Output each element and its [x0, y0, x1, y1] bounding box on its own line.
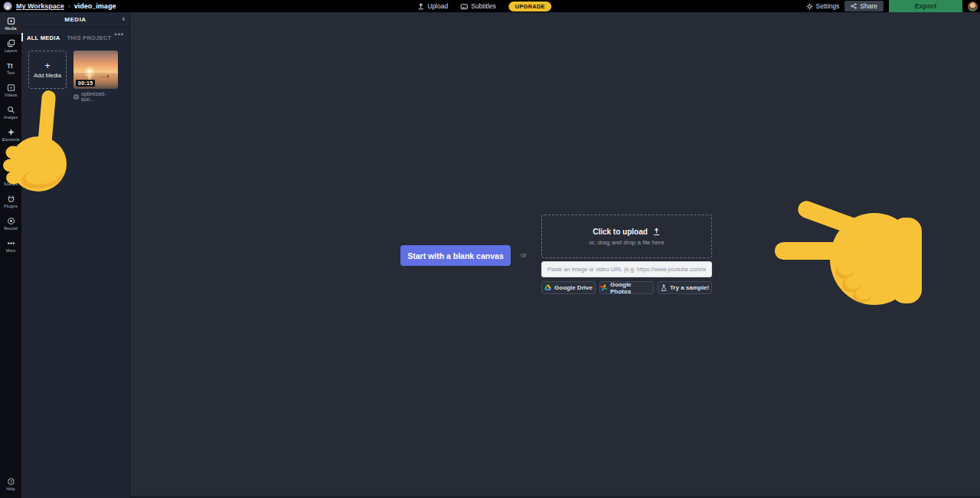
sidebar-label: Audio — [5, 159, 16, 164]
sidebar-item-audio[interactable]: Audio — [0, 146, 21, 168]
sidebar-label: Scenes — [4, 182, 18, 186]
sidebar-item-scenes[interactable]: Scenes — [0, 168, 21, 190]
elements-icon — [7, 128, 15, 136]
film-icon — [74, 94, 79, 100]
sidebar-label: Images — [4, 115, 18, 120]
sidebar-item-layers[interactable]: Layers — [0, 34, 21, 57]
settings-label: Settings — [816, 2, 840, 10]
media-panel-header: MEDIA ‹ — [21, 12, 129, 28]
share-button[interactable]: Share — [844, 1, 884, 11]
tab-all-media[interactable]: ALL MEDIA — [27, 34, 60, 41]
more-icon — [7, 239, 15, 247]
breadcrumb-separator: › — [68, 2, 70, 10]
media-icon — [7, 17, 15, 25]
paste-url-input[interactable] — [541, 261, 712, 277]
media-tabs: ALL MEDIA THIS PROJECT ••• — [21, 31, 129, 44]
subtitles-button[interactable]: Subtitles — [460, 2, 496, 10]
tab-this-project[interactable]: THIS PROJECT — [67, 34, 111, 41]
images-search-icon — [7, 106, 15, 114]
add-media-button[interactable]: + Add Media — [28, 51, 67, 89]
workspace-link[interactable]: My Workspace — [16, 2, 64, 10]
project-title[interactable]: video_image — [74, 2, 116, 10]
sidebar-item-more[interactable]: More — [0, 234, 21, 257]
videos-icon — [7, 84, 15, 92]
subtitles-label: Subtitles — [471, 2, 496, 10]
clip-duration-badge: 00:15 — [76, 80, 95, 87]
sidebar-item-images[interactable]: Images — [0, 101, 21, 123]
sidebar: Media Layers Tt Text Videos Images — [0, 12, 21, 498]
svg-text:Tt: Tt — [7, 62, 13, 69]
sidebar-label: Videos — [5, 93, 18, 97]
pointing-left-hand-emoji — [770, 196, 925, 308]
sidebar-item-videos[interactable]: Videos — [0, 79, 21, 101]
topbar-right: Settings Share Export — [806, 0, 980, 12]
collapse-panel-icon[interactable]: ‹ — [122, 15, 125, 23]
sidebar-label: Plugins — [4, 204, 18, 208]
clip-filename-row: optimized-sun... — [74, 91, 118, 102]
clip-filename: optimized-sun... — [81, 91, 118, 102]
upload-label: Upload — [427, 2, 448, 10]
record-icon — [7, 217, 15, 225]
help-icon: ? — [7, 477, 15, 486]
scenes-icon — [7, 172, 15, 181]
upload-button[interactable]: Upload — [417, 2, 448, 10]
add-media-label: Add Media — [34, 72, 61, 79]
breadcrumb: My Workspace › video_image — [0, 2, 116, 11]
drag-drop-label: or, drag and drop a file here — [589, 239, 664, 246]
gear-icon — [806, 3, 813, 10]
sidebar-item-plugins[interactable]: Plugins — [0, 190, 21, 212]
sidebar-label: Text — [7, 70, 15, 75]
click-to-upload-label: Click to upload — [593, 228, 648, 236]
google-photos-button[interactable]: Google Photos — [599, 281, 654, 294]
plugins-icon — [7, 195, 15, 203]
sidebar-item-help[interactable]: ? Help — [0, 473, 21, 495]
sidebar-item-media[interactable]: Media — [0, 12, 21, 34]
upload-dropzone[interactable]: Click to upload or, drag and drop a file… — [541, 215, 712, 258]
sidebar-label: Elements — [2, 137, 20, 142]
upgrade-button[interactable]: UPGRADE — [508, 2, 552, 11]
panel-menu-icon[interactable]: ••• — [115, 31, 124, 38]
clip-thumbnail[interactable]: 00:15 — [74, 51, 118, 89]
import-source-buttons: Google Drive Google Photos Try a sample! — [541, 281, 712, 294]
audio-icon — [7, 150, 15, 159]
try-sample-button[interactable]: Try a sample! — [658, 281, 712, 294]
text-icon: Tt — [6, 61, 15, 70]
google-drive-button[interactable]: Google Drive — [541, 281, 596, 294]
share-icon — [851, 3, 857, 9]
svg-text:?: ? — [9, 479, 12, 483]
sidebar-item-record[interactable]: Record — [0, 212, 21, 234]
upload-icon — [417, 3, 424, 10]
share-label: Share — [860, 2, 877, 10]
plus-icon: + — [44, 61, 51, 70]
google-drive-label: Google Drive — [554, 284, 593, 291]
sidebar-item-elements[interactable]: Elements — [0, 123, 21, 146]
active-tab-indicator — [21, 33, 23, 41]
user-avatar[interactable] — [968, 2, 978, 11]
video-editor-app: My Workspace › video_image Upload Subtit… — [0, 0, 980, 498]
export-button[interactable]: Export — [889, 0, 962, 12]
topbar-center: Upload Subtitles UPGRADE — [417, 0, 551, 12]
sidebar-label: More — [6, 248, 16, 253]
or-label: or — [521, 251, 527, 259]
sample-flask-icon — [661, 284, 667, 291]
topbar: My Workspace › video_image Upload Subtit… — [0, 0, 980, 12]
start-blank-canvas-button[interactable]: Start with a blank canvas — [400, 245, 511, 266]
settings-button[interactable]: Settings — [806, 2, 840, 10]
upload-tray-icon — [652, 228, 661, 236]
google-photos-icon — [600, 284, 607, 291]
google-drive-icon — [544, 284, 551, 291]
layers-icon — [7, 39, 15, 48]
panel-title: MEDIA — [64, 16, 86, 23]
sidebar-label: Layers — [5, 48, 18, 53]
try-sample-label: Try a sample! — [670, 284, 709, 291]
sidebar-label: Record — [4, 226, 18, 231]
app-logo-icon[interactable] — [3, 2, 12, 11]
media-tiles: + Add Media — [21, 44, 129, 102]
sidebar-label: Help — [6, 487, 15, 491]
google-photos-label: Google Photos — [610, 281, 653, 295]
sidebar-item-text[interactable]: Tt Text — [0, 57, 21, 79]
media-panel: MEDIA ‹ ALL MEDIA THIS PROJECT ••• + Add… — [21, 12, 130, 498]
subtitles-icon — [460, 3, 468, 10]
sidebar-label: Media — [5, 26, 17, 31]
media-clip[interactable]: 00:15 optimized-sun... — [74, 51, 118, 102]
